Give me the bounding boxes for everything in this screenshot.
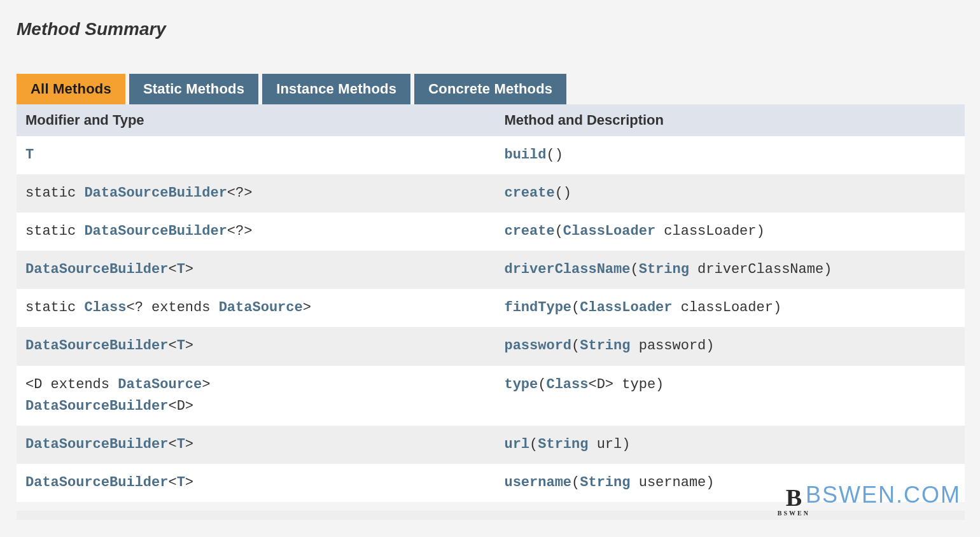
code-text: (	[630, 262, 638, 277]
code-text: username)	[630, 475, 714, 491]
code-text: >	[185, 338, 193, 354]
cell-method-description: driverClassName(String driverClassName)	[495, 251, 965, 289]
code-text: (	[538, 377, 546, 393]
tab-static-methods[interactable]: Static Methods	[129, 74, 258, 104]
type-link[interactable]: DataSourceBuilder	[25, 338, 168, 354]
code-text: url)	[588, 436, 630, 452]
code-text: ()	[555, 185, 571, 201]
type-link[interactable]: DataSource	[219, 300, 303, 316]
table-row: <D extends DataSource>DataSourceBuilder<…	[17, 366, 965, 426]
type-link[interactable]: String	[580, 475, 630, 491]
code-text: >	[303, 300, 311, 316]
cell-method-description: findType(ClassLoader classLoader)	[495, 289, 965, 327]
code-text: <D extends	[25, 377, 118, 393]
tab-all-methods[interactable]: All Methods	[17, 74, 125, 104]
type-link[interactable]: T	[177, 262, 185, 277]
table-row: DataSourceBuilder<T>username(String user…	[17, 464, 965, 502]
code-text: >	[185, 475, 193, 491]
type-link[interactable]: DataSourceBuilder	[25, 262, 168, 277]
code-text: <D> type)	[588, 377, 664, 393]
footer-strip	[17, 511, 965, 520]
code-text: >	[185, 436, 193, 452]
code-text: ()	[546, 147, 563, 163]
code-text: (	[529, 436, 538, 452]
type-link[interactable]: create	[504, 185, 554, 201]
code-text: static	[25, 185, 84, 201]
type-link[interactable]: type	[504, 377, 538, 393]
cell-modifier-type: DataSourceBuilder<T>	[17, 327, 495, 365]
cell-modifier-type: DataSourceBuilder<T>	[17, 251, 495, 289]
code-text: (	[555, 223, 563, 239]
code-text: >	[185, 262, 193, 277]
type-link[interactable]: DataSourceBuilder	[25, 475, 168, 491]
type-link[interactable]: driverClassName	[504, 262, 630, 277]
type-link[interactable]: DataSourceBuilder	[25, 398, 168, 414]
type-link[interactable]: String	[639, 262, 689, 277]
type-link[interactable]: create	[504, 223, 554, 239]
type-link[interactable]: T	[177, 338, 185, 354]
tab-concrete-methods[interactable]: Concrete Methods	[414, 74, 566, 104]
cell-method-description: create()	[495, 174, 965, 213]
code-text: classLoader)	[673, 300, 782, 316]
method-summary-table: Modifier and Type Method and Description…	[17, 104, 965, 502]
cell-method-description: type(Class<D> type)	[495, 366, 965, 426]
table-row: Tbuild()	[17, 136, 965, 174]
code-text: static	[25, 223, 84, 239]
code-text: (	[571, 338, 580, 354]
type-link[interactable]: T	[25, 147, 34, 163]
col-header-method: Method and Description	[495, 104, 965, 136]
code-text: >	[202, 377, 210, 393]
type-link[interactable]: password	[504, 338, 571, 354]
type-link[interactable]: T	[177, 475, 185, 491]
type-link[interactable]: url	[504, 436, 529, 452]
cell-modifier-type: static DataSourceBuilder<?>	[17, 213, 495, 251]
cell-modifier-type: DataSourceBuilder<T>	[17, 464, 495, 502]
type-link[interactable]: DataSourceBuilder	[84, 223, 227, 239]
cell-method-description: password(String password)	[495, 327, 965, 365]
type-link[interactable]: DataSource	[118, 377, 202, 393]
type-link[interactable]: ClassLoader	[563, 223, 655, 239]
type-link[interactable]: build	[504, 147, 546, 163]
code-text: static	[25, 300, 84, 316]
col-header-modifier: Modifier and Type	[17, 104, 495, 136]
code-text: (	[571, 300, 580, 316]
code-text: <	[168, 475, 176, 491]
type-link[interactable]: String	[580, 338, 630, 354]
type-link[interactable]: ClassLoader	[580, 300, 672, 316]
tab-instance-methods[interactable]: Instance Methods	[262, 74, 410, 104]
code-text: <?>	[227, 223, 253, 239]
cell-modifier-type: T	[17, 136, 495, 174]
type-link[interactable]: findType	[504, 300, 571, 316]
code-text: <	[168, 262, 176, 277]
type-link[interactable]: username	[504, 475, 571, 491]
table-row: DataSourceBuilder<T>driverClassName(Stri…	[17, 251, 965, 289]
table-row: DataSourceBuilder<T>password(String pass…	[17, 327, 965, 365]
code-text: (	[571, 475, 580, 491]
code-text: classLoader)	[655, 223, 765, 239]
cell-method-description: create(ClassLoader classLoader)	[495, 213, 965, 251]
code-text: password)	[630, 338, 714, 354]
table-row: static DataSourceBuilder<?>create(ClassL…	[17, 213, 965, 251]
cell-method-description: url(String url)	[495, 426, 965, 464]
code-text: <? extends	[126, 300, 218, 316]
table-row: DataSourceBuilder<T>url(String url)	[17, 426, 965, 464]
method-tabs: All MethodsStatic MethodsInstance Method…	[17, 74, 965, 104]
type-link[interactable]: Class	[546, 377, 588, 393]
type-link[interactable]: DataSourceBuilder	[84, 185, 227, 201]
cell-method-description: username(String username)	[495, 464, 965, 502]
code-text: <	[168, 338, 176, 354]
code-text: <	[168, 436, 176, 452]
type-link[interactable]: T	[177, 436, 185, 452]
cell-modifier-type: static DataSourceBuilder<?>	[17, 174, 495, 213]
code-text: <D>	[168, 398, 193, 414]
cell-method-description: build()	[495, 136, 965, 174]
cell-modifier-type: <D extends DataSource>DataSourceBuilder<…	[17, 366, 495, 426]
section-title: Method Summary	[17, 19, 965, 39]
cell-modifier-type: DataSourceBuilder<T>	[17, 426, 495, 464]
table-row: static Class<? extends DataSource>findTy…	[17, 289, 965, 327]
code-text: <?>	[227, 185, 253, 201]
type-link[interactable]: Class	[84, 300, 126, 316]
code-text: driverClassName)	[689, 262, 832, 277]
type-link[interactable]: String	[538, 436, 588, 452]
type-link[interactable]: DataSourceBuilder	[25, 436, 168, 452]
